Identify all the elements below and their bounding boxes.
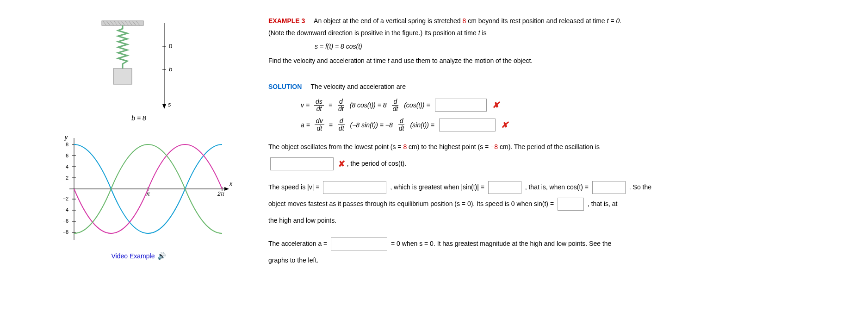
y-axis-label: y: [64, 134, 68, 141]
svg-text:6: 6: [66, 153, 68, 158]
axis-b-label: b: [169, 66, 172, 73]
wrong-icon: ✘: [338, 159, 345, 169]
cost-value-input[interactable]: [592, 181, 626, 194]
video-example-link[interactable]: Video Example 🔊: [23, 252, 254, 260]
svg-text:−2: −2: [62, 196, 68, 201]
solution-header-line: SOLUTION The velocity and acceleration a…: [268, 81, 868, 93]
svg-rect-11: [113, 69, 132, 84]
b-equals-value: b = 8: [23, 114, 254, 122]
svg-text:2π: 2π: [217, 191, 225, 197]
solution-label: SOLUTION: [268, 83, 302, 90]
svg-text:−6: −6: [62, 218, 68, 224]
svg-text:−8: −8: [62, 229, 68, 235]
svg-marker-13: [162, 104, 166, 109]
position-equation: s = f(t) = 8 cos(t): [315, 43, 868, 50]
acceleration-equation-line: a = dvdt = ddt (−8 sin(t)) = −8 ddt (sin…: [301, 118, 868, 131]
spring-figure: 0 b s: [23, 14, 254, 112]
svg-text:4: 4: [66, 164, 68, 169]
sound-icon: 🔊: [157, 252, 166, 260]
speed-abs-v-input[interactable]: [323, 181, 386, 194]
velocity-equation-line: v = dsdt = ddt (8 cos(t)) = 8 ddt (cos(t…: [301, 98, 868, 112]
example-label: EXAMPLE 3: [268, 17, 305, 25]
wrong-icon: ✘: [501, 120, 508, 130]
oscillation-text: The object oscillates from the lowest po…: [268, 138, 868, 172]
velocity-answer-input[interactable]: [435, 99, 487, 112]
example-intro: EXAMPLE 3 An object at the end of a vert…: [268, 15, 868, 39]
axis-s-label: s: [168, 101, 171, 108]
speed-text: The speed is |v| = , which is greatest w…: [268, 179, 868, 229]
svg-text:8: 8: [66, 142, 68, 147]
period-answer-input[interactable]: [270, 157, 334, 170]
abs-sint-input[interactable]: [488, 181, 521, 194]
axis-zero-label: 0: [169, 43, 172, 50]
acceleration-text: The acceleration a = = 0 when s = 0. It …: [268, 235, 868, 269]
svg-text:2: 2: [66, 175, 68, 181]
find-instruction: Find the velocity and acceleration at ti…: [268, 55, 868, 67]
video-example-label: Video Example: [112, 252, 155, 260]
accel-expression-input[interactable]: [331, 238, 387, 250]
oscillation-graph: y x 8 6 4 2 −2 −4 −6 −8: [23, 131, 254, 248]
svg-marker-17: [224, 187, 229, 191]
sint-zero-input[interactable]: [558, 198, 584, 211]
svg-text:−4: −4: [62, 207, 68, 212]
x-axis-label: x: [229, 181, 233, 187]
acceleration-answer-input[interactable]: [439, 119, 496, 131]
wrong-icon: ✘: [492, 100, 499, 110]
